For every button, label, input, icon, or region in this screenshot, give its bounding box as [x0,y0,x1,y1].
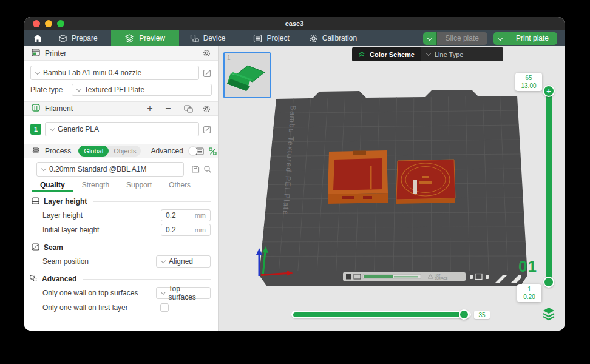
tab-calibration-label: Calibration [322,34,357,42]
add-filament-button[interactable]: + [145,104,155,113]
plate-lock-icon [470,275,473,279]
initial-layer-height-value: 0.2 [166,226,176,234]
process-preset-select[interactable]: 0.20mm Standard @BBL A1M [36,162,184,177]
plate-thumbnail[interactable]: 1 [223,52,271,98]
hot-surface-line2: SURFACE [435,277,447,280]
scope-objects-option[interactable]: Objects [109,147,141,155]
filament-section-header[interactable]: Filament + − [24,101,218,116]
speed-slider-handle[interactable] [459,309,469,320]
process-scope-toggle[interactable]: Global Objects [78,146,141,157]
seam-position-value: Aligned [169,257,193,266]
plate-thumbnail-preview [225,53,270,97]
slice-plate-button[interactable]: Slice plate [437,32,487,45]
plate-type-select[interactable]: Textured PEI Plate [72,84,212,96]
print-options-button[interactable] [493,32,507,45]
viewport-3d[interactable]: Bambu Textured PEI Plate [219,46,565,331]
speed-slider-track[interactable] [291,311,471,318]
z-axis-arrow [256,248,262,255]
color-scheme-select[interactable]: Line Type [421,47,503,61]
calibration-icon [309,34,318,43]
device-icon [190,34,199,43]
chevron-down-icon [427,36,432,41]
filament-settings-gear-icon[interactable] [203,105,211,113]
tab-project[interactable]: Project [253,34,289,43]
remove-filament-button[interactable]: − [163,104,173,113]
compare-presets-icon[interactable] [209,147,217,155]
chevron-down-icon [161,258,166,263]
home-icon[interactable] [33,34,42,43]
scope-global-option[interactable]: Global [78,146,109,157]
tab-prepare-label: Prepare [72,34,98,42]
layers-icon[interactable] [541,306,557,324]
filament-preset-select[interactable]: Generic PLA [45,122,199,136]
filament-section-title: Filament [45,104,73,113]
seam-position-select[interactable]: Aligned [156,255,211,268]
chevron-down-icon [76,86,81,91]
layer-height-group-header: Layer height [24,196,218,207]
edit-printer-icon[interactable] [203,69,212,78]
model-box[interactable] [328,150,388,204]
layer-height-label: Layer height [42,211,161,220]
initial-layer-height-input[interactable]: 0.2 mm [161,224,211,236]
main-area: Printer Bambu Lab A1 mini 0.4 nozzle Pla… [24,46,565,331]
layer-slider-bottom-handle[interactable] [543,277,554,288]
layer-slider-top-handle[interactable]: + [543,85,555,97]
layer-slider-track[interactable] [546,91,552,283]
process-tab-bar: Quality Strength Support Others [24,180,218,192]
layer-height-row: Layer height 0.2 mm [24,209,218,221]
slice-options-button[interactable] [423,32,437,45]
layer-bottom-value: 1 [520,285,538,293]
save-preset-icon[interactable] [191,165,200,174]
model-lid[interactable] [396,160,455,204]
tab-device[interactable]: Device [190,34,226,43]
tab-strength[interactable]: Strength [73,181,118,192]
seam-icon [32,243,39,252]
tab-support[interactable]: Support [118,181,160,192]
ams-mapping-icon[interactable] [184,105,193,113]
color-scheme-collapse[interactable]: Color Scheme [352,47,421,61]
filament-slot-badge[interactable]: 1 [30,124,41,135]
window-title: case3 [24,20,565,27]
tab-quality[interactable]: Quality [32,181,73,192]
print-plate-button[interactable]: Print plate [507,32,557,45]
seam-group-header: Seam [24,242,218,253]
tab-project-label: Project [266,34,289,42]
layer-slider-bottom-tooltip: 1 0.20 [517,284,541,302]
chevron-down-icon [35,69,40,74]
preview-icon [124,34,134,43]
printer-section-header[interactable]: Printer [24,46,218,61]
chevron-down-icon [161,289,166,294]
layer-top-value: 65 [518,74,539,82]
chevron-down-icon [41,166,46,170]
process-section-header[interactable]: Process Global Objects Advanced [24,144,218,158]
printer-preset-select[interactable]: Bambu Lab A1 mini 0.4 nozzle [30,66,199,80]
printer-icon [32,49,40,58]
tab-calibration[interactable]: Calibration [309,34,357,43]
edit-filament-icon[interactable] [203,125,212,134]
one-wall-top-label: Only one wall on top surfaces [42,289,156,297]
nav-bar: Prepare Preview Device Project Calibrati… [24,30,565,46]
one-wall-top-select[interactable]: Top surfaces [156,287,211,299]
project-icon [253,34,262,43]
printer-settings-gear-icon[interactable] [203,49,211,57]
tab-prepare[interactable]: Prepare [58,34,98,43]
layer-height-input[interactable]: 0.2 mm [161,209,211,221]
seam-position-label: Seam position [42,257,156,266]
print-plate-split-button: Print plate [493,32,557,45]
settings-sidebar: Printer Bambu Lab A1 mini 0.4 nozzle Pla… [24,46,219,331]
screenshot-root: case3 Prepare Preview Device Project [0,0,590,364]
process-preset-value: 0.20mm Standard @BBL A1M [49,165,146,174]
layer-height-icon [32,197,39,206]
process-section-title: Process [45,147,71,155]
prepare-icon [58,34,67,43]
color-scheme-value: Line Type [435,51,464,58]
initial-layer-height-label: Initial layer height [42,226,161,234]
search-icon[interactable] [203,165,212,174]
one-wall-first-layer-checkbox[interactable] [160,303,169,312]
build-plate[interactable] [259,90,527,286]
layer-height-group-title: Layer height [44,197,87,206]
filament-preset-value: Generic PLA [58,125,99,133]
tab-preview[interactable]: Preview [111,30,179,46]
tab-others[interactable]: Others [160,181,199,192]
seam-group-title: Seam [44,243,63,252]
